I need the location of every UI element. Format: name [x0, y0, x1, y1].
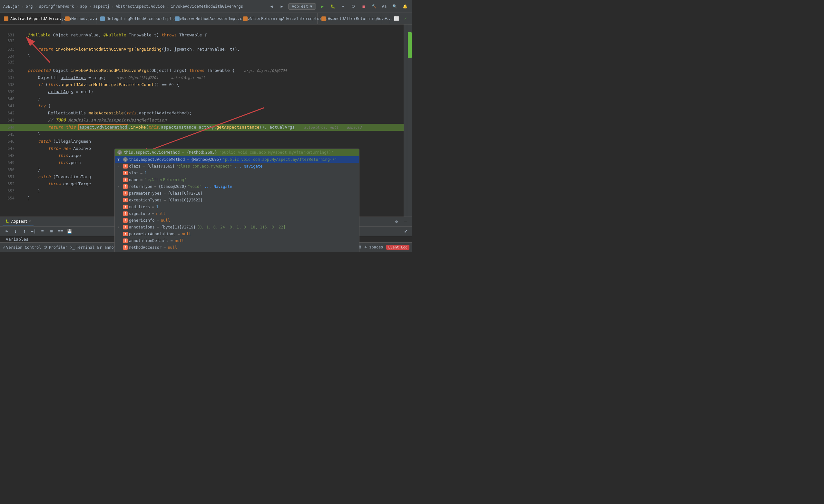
debug-item-modifiers[interactable]: f modifiers = 1	[115, 204, 359, 211]
minimize-button[interactable]: —	[402, 218, 409, 226]
tab-delegating[interactable]: DelegatingMethodAccessorImpl.class ✕	[96, 13, 171, 24]
indent: 4 spaces	[365, 245, 383, 250]
code-line: 637 Object[] actualArgs = args; args: Ob…	[0, 74, 404, 81]
code-line: 640 }	[0, 95, 404, 103]
debug-item-root[interactable]: › f root = {Method@2720} "public void co…	[115, 251, 359, 252]
bc-org[interactable]: org	[26, 4, 33, 9]
profiler-btn[interactable]: ⏱ Profiler	[43, 245, 67, 250]
debug-item-methodaccessor[interactable]: f methodAccessor = null	[115, 244, 359, 251]
title-bar: ASE.jar › org › springframework › aop › …	[0, 0, 412, 13]
tab-aspectjafter[interactable]: AspectJAfterReturningAdvi... ✕	[318, 13, 382, 24]
restore-layout-button[interactable]: ⤢	[402, 228, 409, 235]
debug-button[interactable]: 🐛	[329, 3, 336, 10]
field-icon: f	[123, 177, 128, 182]
field-icon: f	[123, 239, 128, 243]
right-sidebar	[407, 24, 412, 217]
bc-aspectj[interactable]: aspectj	[93, 4, 110, 9]
run-button[interactable]: ▶	[318, 3, 326, 10]
notifications-button[interactable]: 🔔	[401, 3, 409, 10]
bc-class[interactable]: AbstractAspectJAdvice	[116, 4, 165, 9]
code-line: 645 }	[0, 131, 404, 138]
version-control-btn[interactable]: ⑂ Version Control	[3, 245, 41, 250]
debug-item-annotations[interactable]: › f annotations = {byte[11]@2719} [0, 1,…	[115, 224, 359, 231]
field-icon: f	[123, 171, 128, 175]
debug-item-main[interactable]: ▼ ○ this.aspectJAdviceMethod = {Method@2…	[115, 156, 359, 163]
jar-link[interactable]: ASE.jar	[3, 4, 20, 9]
variables-label: Variables	[3, 236, 31, 243]
scroll-minimap[interactable]	[404, 24, 407, 217]
tab-actions: ⬜ ✓	[390, 13, 412, 24]
event-log-button[interactable]: Event Log	[386, 245, 409, 250]
tab-overflow[interactable]: ▼	[382, 13, 390, 24]
run-config-dropdown[interactable]: ▼	[310, 4, 312, 9]
search-button[interactable]: 🔍	[391, 3, 399, 10]
run-config[interactable]: AopTest ▼	[288, 3, 316, 10]
field-icon: f	[123, 212, 128, 216]
forward-button[interactable]: ▶	[278, 3, 286, 10]
tab-native[interactable]: NativeMethodAccessorImpl.class ✕	[171, 13, 239, 24]
title-actions: ◀ ▶ AopTest ▼ ▶ 🐛 ☂ ⏱ ■ 🔨 Aa 🔍 🔔	[268, 3, 409, 10]
tab-method[interactable]: Method.java ✕	[61, 13, 96, 24]
stop-button[interactable]: ■	[360, 3, 368, 10]
frames-button[interactable]: ⊞	[48, 228, 56, 235]
profile-button[interactable]: ⏱	[349, 3, 357, 10]
bc-springframework[interactable]: springframework	[39, 4, 74, 9]
class-icon	[175, 16, 180, 21]
field-icon: f	[123, 191, 128, 196]
debug-item-returntype[interactable]: › f returnType = {Class@2620} "void" ...…	[115, 183, 359, 190]
code-line: 636 protected Object invokeAdviceMethodW…	[0, 67, 404, 74]
step-out-button[interactable]: ↑	[21, 228, 28, 235]
field-icon: f	[123, 218, 128, 223]
debug-header-text: this.aspectJAdviceMethod = {Method@2695}…	[124, 150, 333, 155]
class-icon	[100, 16, 105, 21]
step-into-button[interactable]: ↓	[12, 228, 19, 235]
bc-aop[interactable]: aop	[80, 4, 87, 9]
field-icon: f	[123, 164, 128, 168]
field-icon: f	[123, 184, 128, 189]
coverage-button[interactable]: ☂	[339, 3, 347, 10]
debug-item-paramannotations[interactable]: f parameterAnnotations = null	[115, 231, 359, 238]
debug-item-clazz[interactable]: › f clazz = {Class@1565} "class com.aop.…	[115, 163, 359, 170]
obj-icon: ○	[117, 150, 122, 155]
java-icon	[65, 16, 70, 21]
tab-abstractaspectjadvice[interactable]: AbstractAspectJAdvice.java ✕	[0, 13, 61, 24]
debug-popup: ○ this.aspectJAdviceMethod = {Method@269…	[114, 148, 359, 252]
debug-tab-close[interactable]: ✕	[29, 219, 31, 223]
checkmark-button[interactable]: ✓	[402, 15, 409, 22]
run-to-cursor-button[interactable]: →|	[30, 228, 37, 235]
translate-button[interactable]: Aa	[381, 3, 388, 10]
tab-label: Method.java	[72, 16, 97, 21]
code-line: 634 }	[0, 53, 404, 60]
code-line: 631 @Nullable Object returnValue, @Nulla…	[0, 31, 404, 39]
settings-button[interactable]: ⚙	[393, 218, 400, 226]
terminal-btn[interactable]: >_ Terminal	[70, 245, 94, 250]
debug-item-name[interactable]: f name = "myAfterReturning"	[115, 176, 359, 183]
profiler-label: Profiler	[49, 245, 67, 250]
debug-item-slot[interactable]: f slot = 1	[115, 170, 359, 176]
memory-button[interactable]: 💾	[66, 228, 74, 235]
br-btn[interactable]: Br	[97, 245, 102, 250]
debug-tab-aoptest[interactable]: 🐛 AopTest ✕	[3, 217, 33, 226]
evaluate-button[interactable]: ≡	[39, 228, 46, 235]
debug-item-genericinfo[interactable]: f genericInfo = null	[115, 217, 359, 224]
debug-item-parametertypes[interactable]: f parameterTypes = {Class[0]@2718}	[115, 190, 359, 197]
threads-button[interactable]: ≡≡	[57, 228, 65, 235]
code-line: 639 actualArgs = null;	[0, 88, 404, 95]
field-icon: f	[123, 232, 128, 236]
code-line: 641 try {	[0, 103, 404, 110]
debug-popup-header: ○ this.aspectJAdviceMethod = {Method@269…	[115, 149, 359, 156]
expand-editor-button[interactable]: ⬜	[393, 15, 400, 22]
debug-item-signature[interactable]: f signature = null	[115, 211, 359, 217]
vcs-label: Version Control	[6, 245, 41, 250]
back-button[interactable]: ◀	[268, 3, 275, 10]
debug-item-annotationdefault[interactable]: f annotationDefault = null	[115, 238, 359, 244]
br-label: Br	[97, 245, 102, 250]
tab-afterreturning[interactable]: AfterReturningAdviceInterceptor.java ✕	[239, 13, 318, 24]
navigate-link[interactable]: ... Navigate	[204, 184, 232, 189]
step-over-button[interactable]: ↷	[3, 228, 10, 235]
java-icon	[321, 16, 326, 21]
code-line: 646 catch (IllegalArgumen	[0, 138, 404, 145]
navigate-link[interactable]: ... Navigate	[234, 164, 263, 168]
debug-item-exceptiontypes[interactable]: f exceptionTypes = {Class[0]@2622}	[115, 197, 359, 204]
build-button[interactable]: 🔨	[370, 3, 378, 10]
